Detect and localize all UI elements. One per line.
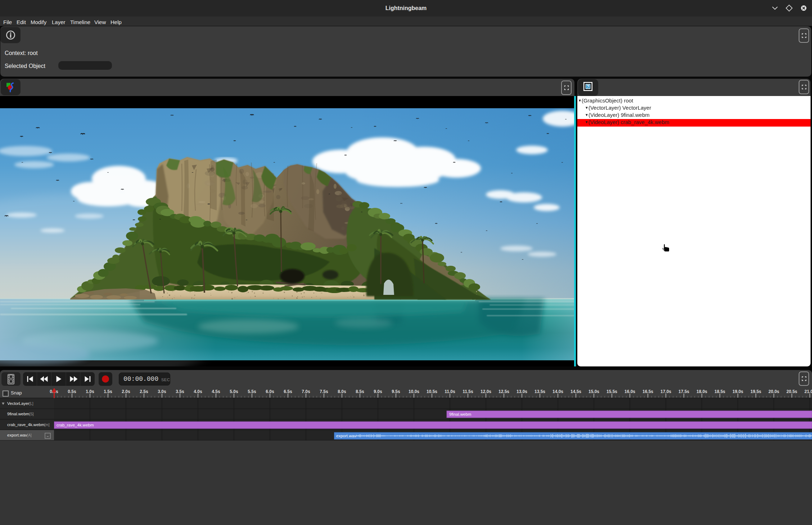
svg-text:crab_rave_4k.webm[m]: crab_rave_4k.webm[m] xyxy=(7,423,50,427)
svg-text:9final.webm[S]: 9final.webm[S] xyxy=(7,412,34,416)
svg-text:1.0s: 1.0s xyxy=(86,389,94,394)
svg-text:?: ? xyxy=(587,84,589,89)
svg-text:2.5s: 2.5s xyxy=(140,389,148,394)
svg-text:19.5s: 19.5s xyxy=(750,389,761,394)
svg-text:18.5s: 18.5s xyxy=(714,389,725,394)
svg-text:5.5s: 5.5s xyxy=(248,389,256,394)
svg-text:16.0s: 16.0s xyxy=(624,389,635,394)
svg-text:3.0s: 3.0s xyxy=(158,389,166,394)
svg-text:4.0s: 4.0s xyxy=(194,389,202,394)
svg-text:export.wav[A]: export.wav[A] xyxy=(7,433,32,437)
svg-text:6.5s: 6.5s xyxy=(284,389,292,394)
svg-text:19.0s: 19.0s xyxy=(732,389,743,394)
svg-text:7.0s: 7.0s xyxy=(302,389,310,394)
svg-text:2.0s: 2.0s xyxy=(122,389,130,394)
svg-text:15.0s: 15.0s xyxy=(588,389,599,394)
svg-text:VectorLayer[L]: VectorLayer[L] xyxy=(7,401,33,406)
svg-text:20.5s: 20.5s xyxy=(786,389,797,394)
svg-text:20.0s: 20.0s xyxy=(768,389,779,394)
svg-text:13.0s: 13.0s xyxy=(516,389,527,394)
svg-text:1.5s: 1.5s xyxy=(104,389,112,394)
svg-text:10.0s: 10.0s xyxy=(409,389,419,394)
svg-text:export.wav: export.wav xyxy=(336,434,356,438)
svg-text:5.0s: 5.0s xyxy=(230,389,238,394)
svg-text:11.5s: 11.5s xyxy=(463,389,473,394)
svg-text:10.5s: 10.5s xyxy=(427,389,437,394)
svg-text:6.0s: 6.0s xyxy=(266,389,274,394)
svg-text:4.5s: 4.5s xyxy=(212,389,220,394)
svg-text:14.0s: 14.0s xyxy=(552,389,563,394)
svg-text:21.0s: 21.0s xyxy=(804,389,812,394)
svg-text:16.5s: 16.5s xyxy=(642,389,653,394)
svg-text:12.0s: 12.0s xyxy=(481,389,491,394)
svg-text:12.5s: 12.5s xyxy=(499,389,509,394)
svg-text:8.0s: 8.0s xyxy=(338,389,346,394)
svg-text:17.5s: 17.5s xyxy=(678,389,689,394)
svg-text:13.5s: 13.5s xyxy=(534,389,545,394)
svg-text:11.0s: 11.0s xyxy=(445,389,455,394)
svg-text:9.0s: 9.0s xyxy=(374,389,382,394)
svg-text:14.5s: 14.5s xyxy=(570,389,581,394)
svg-text:15.5s: 15.5s xyxy=(606,389,617,394)
svg-text:8.5s: 8.5s xyxy=(356,389,364,394)
svg-text:7.5s: 7.5s xyxy=(320,389,328,394)
svg-text:9final.webm: 9final.webm xyxy=(449,412,471,416)
svg-text:17.0s: 17.0s xyxy=(660,389,671,394)
svg-text:crab_rave_4k.webm: crab_rave_4k.webm xyxy=(57,423,94,427)
svg-text:3.5s: 3.5s xyxy=(176,389,184,394)
svg-text:9.5s: 9.5s xyxy=(392,389,400,394)
svg-text:18.0s: 18.0s xyxy=(696,389,707,394)
svg-text:0.5s: 0.5s xyxy=(68,389,76,394)
